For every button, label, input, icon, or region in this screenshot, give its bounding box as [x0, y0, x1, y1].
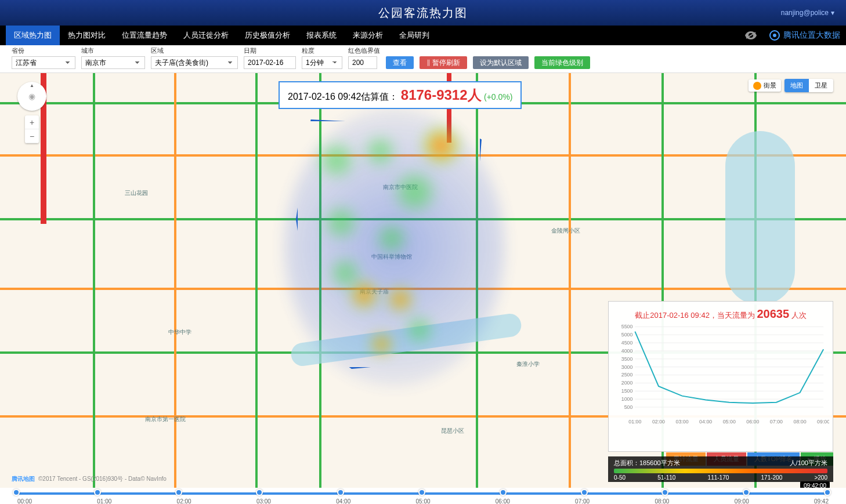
granularity-label: 粒度 — [302, 46, 342, 55]
svg-text:08:00: 08:00 — [793, 419, 806, 425]
nav-history[interactable]: 历史极值分析 — [237, 26, 298, 45]
svg-text:1000: 1000 — [621, 396, 633, 402]
map-canvas[interactable]: 三山花园 中华中学 南京市第一医院 南京夫子庙 南京市中医院 中国科举博物馆 金… — [0, 73, 846, 488]
flow-chart-panel: 截止2017-02-16 09:42，当天流量为 20635 人次 01:000… — [608, 301, 833, 452]
main-nav: 区域热力图 热力图对比 位置流量趋势 人员迁徙分析 历史极值分析 报表系统 来源… — [0, 26, 846, 45]
visibility-toggle-icon[interactable] — [744, 28, 758, 42]
svg-text:2500: 2500 — [621, 372, 633, 378]
svg-text:01:00: 01:00 — [628, 419, 641, 425]
timeline-tick[interactable] — [743, 489, 750, 496]
chart-title: 截止2017-02-16 09:42，当天流量为 20635 人次 — [612, 305, 829, 323]
city-select[interactable]: 南京市 — [81, 56, 145, 69]
nav-compare[interactable]: 热力图对比 — [60, 26, 114, 45]
zoom-control: + − — [25, 115, 39, 143]
svg-text:09:00: 09:00 — [817, 419, 829, 425]
svg-text:1500: 1500 — [621, 388, 633, 394]
timeline-tick[interactable] — [256, 489, 263, 496]
line-chart: 01:0002:0003:0004:0005:0006:0007:0008:00… — [612, 323, 829, 427]
poi-label: 金陵闸小区 — [551, 227, 580, 235]
svg-text:500: 500 — [624, 404, 633, 410]
pause-button[interactable]: ‖ 暂停刷新 — [420, 56, 467, 69]
legend-unit: 人/100平方米 — [790, 459, 827, 467]
nav-global[interactable]: 全局研判 — [391, 26, 438, 45]
poi-label: 琵琶小区 — [441, 427, 464, 435]
granularity-select[interactable]: 1分钟 — [302, 56, 342, 69]
timeline-tick[interactable] — [500, 489, 507, 496]
legend-area: 总面积：185600平方米 — [614, 459, 680, 467]
region-label: 区域 — [151, 46, 238, 55]
estimate-value: 8176-9312人 — [401, 87, 482, 103]
search-button[interactable]: 查看 — [386, 56, 414, 69]
svg-text:4500: 4500 — [621, 340, 633, 346]
estimate-banner: 2017-02-16 09:42估算值： 8176-9312人 (+0.0%) — [279, 81, 522, 109]
zoom-out-button[interactable]: − — [25, 129, 39, 143]
svg-text:5000: 5000 — [621, 332, 633, 338]
poi-label: 秦淮小学 — [516, 360, 540, 368]
level-check-button[interactable]: 当前绿色级别 — [534, 56, 590, 69]
svg-text:07:00: 07:00 — [770, 419, 783, 425]
poi-label: 三山花园 — [125, 189, 148, 197]
heatmap-overlay — [296, 119, 482, 369]
date-label: 日期 — [244, 46, 296, 55]
svg-text:3500: 3500 — [621, 356, 633, 362]
threshold-input[interactable] — [348, 56, 377, 69]
svg-text:3000: 3000 — [621, 364, 633, 370]
svg-text:06:00: 06:00 — [746, 419, 759, 425]
current-time-badge: 09:42:00 — [800, 481, 830, 488]
timeline-tick[interactable] — [175, 489, 182, 496]
legend-ranges: 0-5051-110111-170171-200>200 — [614, 474, 827, 481]
poi-label: 中华中学 — [168, 328, 191, 336]
svg-text:2000: 2000 — [621, 380, 633, 386]
timeline-tick[interactable] — [581, 489, 588, 496]
maptype-map-button[interactable]: 地图 — [784, 79, 809, 92]
app-title: 公园客流热力图 — [378, 5, 468, 21]
estimate-pct: (+0.0%) — [484, 92, 512, 101]
threshold-label: 红色临界值 — [348, 46, 380, 55]
filter-bar: 省份 江苏省 城市 南京市 区域 夫子庙(含美食街) 日期 粒度 1分钟 红色临… — [0, 45, 846, 73]
date-input[interactable] — [244, 56, 296, 69]
density-legend: 总面积：185600平方米 人/100平方米 0-5051-110111-170… — [608, 456, 833, 482]
estimate-prefix: 2017-02-16 09:42估算值： — [288, 92, 398, 101]
nav-source[interactable]: 来源分析 — [345, 26, 391, 45]
zoom-in-button[interactable]: + — [25, 115, 39, 129]
set-default-button[interactable]: 设为默认区域 — [473, 56, 529, 69]
poi-label: 南京市第一医院 — [145, 415, 186, 423]
compass-control[interactable] — [17, 82, 46, 111]
city-label: 城市 — [81, 46, 145, 55]
streetview-button[interactable]: 街景 — [749, 79, 781, 92]
map-provider-logo: 腾讯地图 — [12, 475, 35, 483]
province-label: 省份 — [12, 46, 75, 55]
brand-text: 腾讯位置大数据 — [783, 30, 840, 41]
app-header: 公园客流热力图 nanjing@police — [0, 0, 846, 26]
region-select[interactable]: 夫子庙(含美食街) — [151, 56, 238, 69]
svg-text:5500: 5500 — [621, 324, 633, 329]
svg-text:4000: 4000 — [621, 348, 633, 354]
nav-migration[interactable]: 人员迁徙分析 — [175, 26, 237, 45]
timeline-tick[interactable] — [337, 489, 344, 496]
svg-text:04:00: 04:00 — [699, 419, 712, 425]
legend-gradient — [614, 469, 827, 473]
user-menu[interactable]: nanjing@police — [781, 9, 834, 17]
timeline-tick[interactable] — [94, 489, 101, 496]
nav-trend[interactable]: 位置流量趋势 — [114, 26, 175, 45]
brand-logo: 腾讯位置大数据 — [769, 30, 840, 41]
map-type-switcher: 街景 地图 卫星 — [749, 79, 833, 92]
svg-text:02:00: 02:00 — [652, 419, 665, 425]
svg-text:05:00: 05:00 — [723, 419, 736, 425]
timeline-tick[interactable] — [661, 489, 668, 496]
timeline-tick[interactable] — [13, 489, 20, 496]
svg-text:03:00: 03:00 — [675, 419, 688, 425]
maptype-satellite-button[interactable]: 卫星 — [809, 79, 833, 92]
timeline-tick[interactable] — [418, 489, 425, 496]
brand-icon — [769, 30, 780, 41]
timeline-tick[interactable] — [824, 489, 831, 496]
time-slider[interactable]: 00:0001:0002:0003:0004:0005:0006:0007:00… — [0, 488, 846, 504]
map-attribution: 腾讯地图 ©2017 Tencent - GS(2016)930号 - Data… — [12, 475, 167, 483]
nav-heatmap[interactable]: 区域热力图 — [6, 26, 60, 45]
streetview-icon — [753, 82, 761, 90]
province-select[interactable]: 江苏省 — [12, 56, 75, 69]
nav-report[interactable]: 报表系统 — [298, 26, 345, 45]
map-controls: + − — [17, 82, 46, 143]
